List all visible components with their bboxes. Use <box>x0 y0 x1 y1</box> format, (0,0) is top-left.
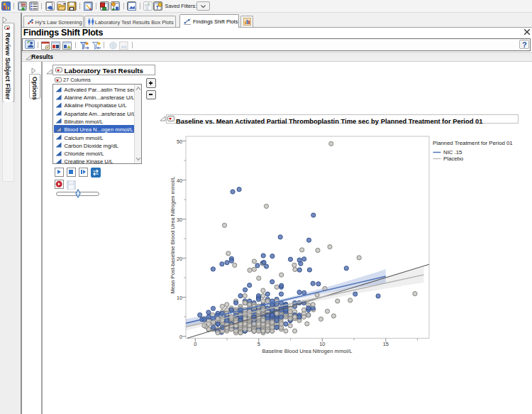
svg-text:0: 0 <box>194 341 196 347</box>
svg-text:10: 10 <box>177 295 182 301</box>
svg-text:15: 15 <box>383 341 389 347</box>
svg-text:Mean Post-baseline Blood Urea: Mean Post-baseline Blood Urea Nitrogen m… <box>170 176 176 293</box>
svg-text:5: 5 <box>257 341 260 347</box>
svg-text:NIC .15: NIC .15 <box>443 149 462 156</box>
svg-text:Baseline Blood Urea Nitrogen m: Baseline Blood Urea Nitrogen mmol/L <box>262 348 352 354</box>
svg-text:40: 40 <box>177 178 182 184</box>
svg-text:30: 30 <box>177 217 182 223</box>
svg-text:20: 20 <box>177 256 182 262</box>
svg-text:50: 50 <box>177 138 182 145</box>
svg-text:Planned Treatment for Period 0: Planned Treatment for Period 01 <box>433 140 513 146</box>
svg-text:10: 10 <box>319 341 325 347</box>
svg-text:0: 0 <box>179 334 182 340</box>
svg-text:Placebo: Placebo <box>443 156 464 162</box>
